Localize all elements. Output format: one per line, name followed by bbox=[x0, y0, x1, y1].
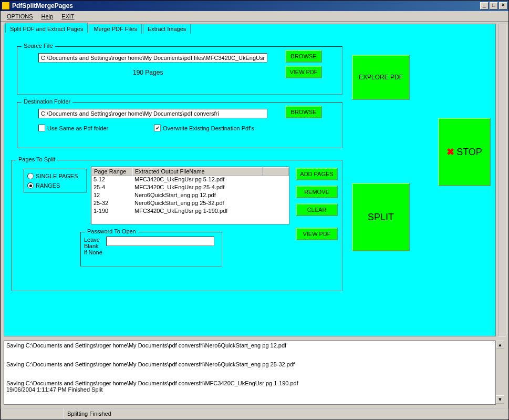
cell-output: MFC3420C_UkEngUsr pg 25-4.pdf bbox=[132, 184, 285, 192]
col-page-range[interactable]: Page Range bbox=[91, 167, 132, 176]
tab-container: Split PDF and Extract Pages Merge PDF Fi… bbox=[4, 24, 496, 336]
group-source-file: Source File 190 Pages BROWSE VIEW PDF bbox=[17, 46, 342, 95]
cell-output: MFC3420C_UkEngUsr pg 1-190.pdf bbox=[132, 208, 285, 216]
pages-to-split-label: Pages To Split bbox=[16, 156, 57, 162]
split-button[interactable]: SPLIT bbox=[352, 183, 410, 251]
col-output-filename[interactable]: Extracted Output FileName bbox=[132, 167, 263, 176]
client-area: Split PDF and Extract Pages Merge PDF Fi… bbox=[1, 22, 508, 419]
maximize-button[interactable]: □ bbox=[490, 2, 498, 9]
table-row[interactable]: 5-12MFC3420C_UkEngUsr pg 5-12.pdf bbox=[91, 176, 289, 184]
tab-split[interactable]: Split PDF and Extract Pages bbox=[5, 23, 88, 33]
listview-body: 5-12MFC3420C_UkEngUsr pg 5-12.pdf25-4MFC… bbox=[91, 176, 289, 216]
listview-header: Page Range Extracted Output FileName bbox=[91, 167, 289, 176]
menu-exit[interactable]: EXIT bbox=[57, 12, 78, 21]
titlebar: PdfSplitMergePages _ □ × bbox=[1, 1, 508, 11]
stop-label: STOP bbox=[456, 147, 482, 158]
statusbar: Splitting Finished bbox=[1, 408, 508, 419]
view-pdf-button[interactable]: VIEW PDF bbox=[296, 228, 338, 240]
app-window: PdfSplitMergePages _ □ × OPTIONS Help EX… bbox=[0, 0, 509, 420]
app-icon bbox=[2, 2, 10, 10]
window-title: PdfSplitMergePages bbox=[12, 2, 480, 9]
use-same-folder-checkbox[interactable]: Use Same as Pdf folder bbox=[38, 125, 108, 131]
add-pages-button[interactable]: ADD PAGES bbox=[296, 168, 338, 180]
overwrite-checkbox-icon bbox=[154, 125, 161, 131]
destination-browse-button[interactable]: BROWSE bbox=[285, 106, 322, 118]
radio-ranges-icon bbox=[27, 182, 34, 189]
cell-output: Nero6QuickStart_eng pg 12.pdf bbox=[132, 192, 285, 200]
col-blank bbox=[263, 167, 289, 176]
split-mode-radiogroup: SINGLE PAGES RANGES bbox=[24, 169, 87, 193]
stop-x-icon: ✖ bbox=[446, 146, 454, 158]
radio-single-label: SINGLE PAGES bbox=[36, 173, 78, 179]
minimize-button[interactable]: _ bbox=[480, 2, 489, 9]
log-scroll-down-icon[interactable]: ▼ bbox=[496, 395, 504, 404]
destination-label: Destination Folder bbox=[22, 98, 72, 105]
radio-single-icon bbox=[27, 173, 34, 179]
cell-range: 1-190 bbox=[91, 208, 132, 216]
source-pages-count: 190 Pages bbox=[133, 69, 163, 76]
cell-output: Nero6QuickStart_eng pg 25-32.pdf bbox=[132, 200, 285, 208]
cell-output: MFC3420C_UkEngUsr pg 5-12.pdf bbox=[132, 176, 285, 184]
remove-button[interactable]: REMOVE bbox=[296, 186, 338, 198]
explore-pdf-button[interactable]: EXPLORE PDF bbox=[352, 55, 410, 100]
source-browse-button[interactable]: BROWSE bbox=[285, 50, 322, 63]
radio-ranges[interactable]: RANGES bbox=[27, 182, 60, 189]
table-row[interactable]: 1-190MFC3420C_UkEngUsr pg 1-190.pdf bbox=[91, 208, 289, 216]
use-same-checkbox-icon bbox=[38, 125, 45, 131]
main-vscrollbar[interactable] bbox=[498, 24, 506, 336]
radio-ranges-label: RANGES bbox=[36, 182, 60, 189]
source-view-button[interactable]: VIEW PDF bbox=[285, 66, 322, 78]
password-hint: Leave Blank if None bbox=[84, 237, 103, 255]
source-file-label: Source File bbox=[22, 43, 55, 49]
status-message: Splitting Finished bbox=[64, 408, 508, 419]
clear-button[interactable]: CLEAR bbox=[296, 203, 338, 216]
radio-single-pages[interactable]: SINGLE PAGES bbox=[27, 173, 78, 179]
destination-path-input[interactable] bbox=[38, 109, 267, 118]
log-scroll-up-icon[interactable]: ▲ bbox=[496, 341, 504, 349]
tab-extract[interactable]: Extract Images bbox=[143, 24, 191, 34]
overwrite-label: Overwrite Existing Destination Pdf's bbox=[163, 125, 254, 131]
password-label: Password To Open bbox=[85, 228, 138, 234]
pages-listview[interactable]: Page Range Extracted Output FileName 5-1… bbox=[91, 167, 289, 224]
table-row[interactable]: 25-4MFC3420C_UkEngUsr pg 25-4.pdf bbox=[91, 184, 289, 192]
log-output[interactable]: Saving C:\Documents and Settings\roger h… bbox=[4, 341, 496, 405]
stop-button[interactable]: ✖STOP bbox=[438, 118, 491, 186]
cell-range: 25-32 bbox=[91, 200, 132, 208]
close-button[interactable]: × bbox=[499, 2, 507, 9]
menubar: OPTIONS Help EXIT bbox=[1, 11, 508, 22]
table-row[interactable]: 25-32Nero6QuickStart_eng pg 25-32.pdf bbox=[91, 200, 289, 208]
tab-strip: Split PDF and Extract Pages Merge PDF Fi… bbox=[5, 24, 192, 34]
status-cell-left bbox=[1, 408, 64, 419]
tab-merge[interactable]: Merge PDF Files bbox=[89, 24, 142, 34]
group-password: Password To Open Leave Blank if None bbox=[80, 232, 222, 267]
cell-range: 5-12 bbox=[91, 176, 132, 184]
tab-body-split: Source File 190 Pages BROWSE VIEW PDF De… bbox=[5, 34, 494, 335]
source-path-input[interactable] bbox=[38, 53, 267, 63]
group-destination: Destination Folder BROWSE Use Same as Pd… bbox=[17, 102, 342, 148]
cell-range: 25-4 bbox=[91, 184, 132, 192]
menu-options[interactable]: OPTIONS bbox=[3, 12, 37, 21]
password-input[interactable] bbox=[106, 237, 214, 246]
table-row[interactable]: 12Nero6QuickStart_eng pg 12.pdf bbox=[91, 192, 289, 200]
group-pages-to-split: Pages To Split SINGLE PAGES RANGES bbox=[12, 160, 342, 291]
use-same-label: Use Same as Pdf folder bbox=[47, 125, 108, 131]
cell-range: 12 bbox=[91, 192, 132, 200]
menu-help[interactable]: Help bbox=[37, 12, 58, 21]
overwrite-checkbox[interactable]: Overwrite Existing Destination Pdf's bbox=[154, 125, 254, 131]
